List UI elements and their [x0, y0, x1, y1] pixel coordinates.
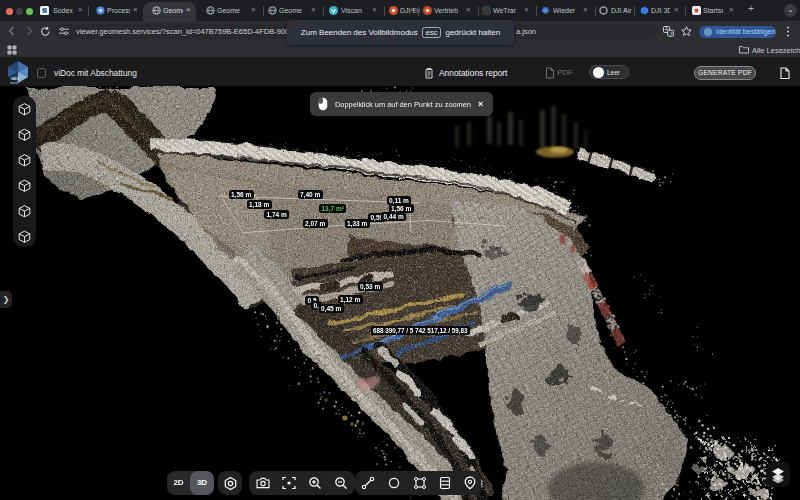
svg-text:mesh: mesh [10, 81, 18, 85]
svg-text:文: 文 [669, 31, 674, 36]
